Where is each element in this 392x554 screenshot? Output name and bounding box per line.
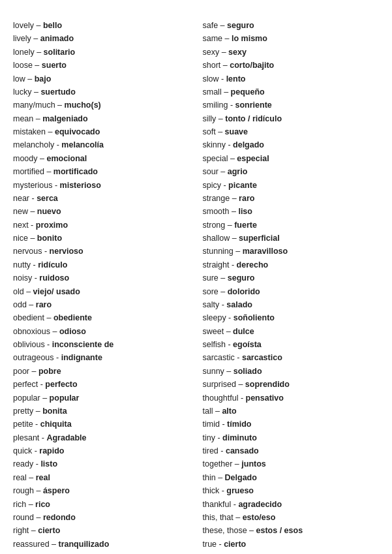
spanish-word: juntos: [241, 459, 266, 469]
list-item: nervous - nervioso: [13, 245, 190, 258]
dash: -: [32, 446, 39, 455]
english-word: these, those: [203, 526, 247, 535]
dash: –: [33, 114, 42, 123]
spanish-word: soprendido: [245, 380, 290, 389]
english-word: lucky: [13, 87, 31, 97]
list-item: strange – raro: [203, 192, 380, 205]
english-word: tired: [203, 446, 219, 455]
english-word: near: [13, 194, 29, 203]
list-item: tired - cansado: [203, 445, 380, 457]
list-item: outrageous - indignante: [13, 352, 190, 364]
dash: –: [228, 154, 237, 163]
english-word: smooth: [203, 207, 230, 216]
spanish-word: Delgado: [225, 473, 257, 482]
spanish-word: lento: [226, 74, 246, 84]
spanish-word: diminuto: [222, 433, 257, 442]
list-item: obedient – obediente: [13, 312, 190, 324]
spanish-word: serca: [37, 194, 58, 203]
spanish-word: seguro: [228, 273, 255, 283]
list-item: sarcastic - sarcastico: [203, 352, 380, 364]
dash: –: [28, 234, 37, 243]
english-word: smiling: [203, 100, 228, 110]
list-item: next - proximo: [13, 219, 190, 232]
dash: -: [29, 221, 36, 230]
dash: –: [236, 380, 245, 389]
dash: -: [217, 540, 224, 549]
english-word: nervous: [13, 247, 42, 256]
english-word: sore: [203, 287, 219, 296]
spanish-word: misterioso: [60, 181, 101, 190]
spanish-word: rapido: [39, 446, 64, 455]
dash: –: [230, 194, 239, 203]
spanish-word: melancolía: [61, 140, 104, 149]
list-item: lively – animado: [13, 33, 190, 45]
spanish-word: pequeño: [231, 87, 265, 97]
list-item: rough – áspero: [13, 485, 190, 497]
dash: -: [226, 140, 233, 149]
dash: -: [238, 393, 245, 403]
english-word: loose: [13, 61, 33, 70]
list-item: soft – suave: [203, 126, 380, 138]
dash: -: [45, 340, 52, 349]
english-word: sweet: [203, 327, 224, 336]
spanish-word: popular: [50, 393, 80, 403]
spanish-word: Agradable: [46, 433, 86, 442]
list-item: reassured – tranquilizado: [13, 538, 190, 551]
spanish-word: bajo: [35, 74, 52, 84]
dash: –: [50, 327, 59, 336]
english-word: lively: [13, 34, 31, 43]
english-word: soft: [203, 127, 216, 136]
list-item: shallow – superficial: [203, 232, 380, 245]
spanish-word: estos / esos: [256, 526, 303, 535]
dash: -: [32, 273, 39, 283]
dash: –: [219, 287, 228, 296]
dash: -: [42, 247, 49, 256]
list-item: strong – fuerte: [203, 219, 380, 232]
dash: –: [27, 473, 36, 482]
spanish-word: maravilloso: [243, 247, 288, 256]
spanish-word: indignante: [61, 353, 102, 362]
english-word: tall: [203, 407, 213, 416]
english-word: special: [203, 154, 228, 163]
list-item: real – real: [13, 472, 190, 484]
spanish-word: tonto / ridículo: [225, 114, 282, 123]
list-item: sexy – sexy: [203, 46, 380, 59]
english-word: moody: [13, 154, 38, 163]
english-word: lovely: [13, 21, 34, 30]
list-item: old – viejo/ usado: [13, 286, 190, 298]
english-word: right: [13, 526, 29, 535]
list-item: surprised – soprendido: [203, 378, 380, 391]
spanish-word: mucho(s): [65, 100, 101, 110]
spanish-word: picante: [228, 181, 257, 190]
spanish-word: grueso: [226, 486, 254, 495]
spanish-word: chiquita: [40, 420, 72, 429]
list-item: petite - chiquita: [13, 418, 190, 431]
english-word: spicy: [203, 181, 221, 190]
spanish-word: áspero: [43, 486, 70, 495]
dash: –: [46, 127, 55, 136]
dash: –: [50, 540, 59, 549]
spanish-word: inconsciente de: [52, 340, 113, 349]
list-item: odd – raro: [13, 299, 190, 311]
spanish-word: suertudo: [40, 87, 75, 97]
english-word: thin: [203, 473, 216, 482]
dash: –: [44, 313, 53, 322]
list-item: moody – emocional: [13, 153, 190, 165]
spanish-word: liso: [238, 207, 252, 216]
list-item: together – juntos: [203, 458, 380, 470]
dash: -: [219, 300, 226, 309]
english-word: next: [13, 221, 29, 230]
spanish-word: nervioso: [50, 247, 83, 256]
english-word: sunny: [203, 367, 224, 376]
spanish-word: seguro: [227, 21, 254, 30]
english-word: obedient: [13, 313, 44, 322]
list-item: slow - lento: [203, 73, 380, 85]
english-word: skinny: [203, 140, 226, 149]
dash: -: [33, 420, 40, 429]
right-column: safe – segurosame – lo mismosexy – sexys…: [196, 20, 380, 554]
spanish-word: salado: [226, 300, 252, 309]
english-word: short: [203, 61, 221, 70]
english-word: mysterious: [13, 181, 52, 190]
dash: -: [219, 74, 226, 84]
list-item: tall – alto: [203, 405, 380, 418]
